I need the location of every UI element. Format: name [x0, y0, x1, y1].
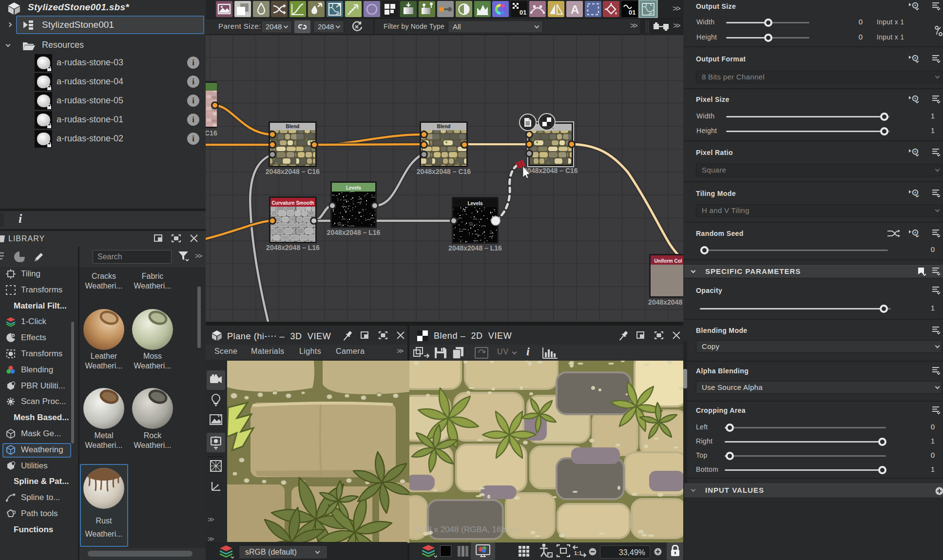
svg-text:Uniform Col: Uniform Col	[654, 258, 682, 264]
svg-text:2048x2048 –: 2048x2048 –	[648, 298, 683, 306]
svg-text:01: 01	[520, 9, 526, 16]
svg-text:Blend: Blend	[437, 124, 451, 129]
svg-text:2048x2048 – C16: 2048x2048 – C16	[417, 168, 471, 175]
svg-text:Curvature Smooth: Curvature Smooth	[271, 200, 314, 206]
svg-text:C16: C16	[206, 129, 217, 137]
svg-text:Levels: Levels	[467, 201, 483, 206]
svg-text:2048x2048 – C16: 2048x2048 – C16	[266, 168, 320, 175]
svg-text:Levels: Levels	[346, 185, 362, 191]
svg-text:2048x2048 – L16: 2048x2048 – L16	[448, 244, 502, 252]
svg-text:Blend: Blend	[286, 124, 300, 129]
svg-text:2048x2048 – L16: 2048x2048 – L16	[266, 244, 320, 251]
svg-text:1:1: 1:1	[574, 550, 582, 556]
svg-text:A: A	[571, 3, 579, 16]
svg-text:2048x2048 – C16: 2048x2048 – C16	[523, 167, 578, 174]
svg-text:01: 01	[629, 9, 635, 16]
svg-text:2048x2048 – L16: 2048x2048 – L16	[327, 229, 381, 236]
svg-text:2048 x 2048 (RGBA, 16bpc): 2048 x 2048 (RGBA, 16bpc)	[413, 525, 518, 534]
